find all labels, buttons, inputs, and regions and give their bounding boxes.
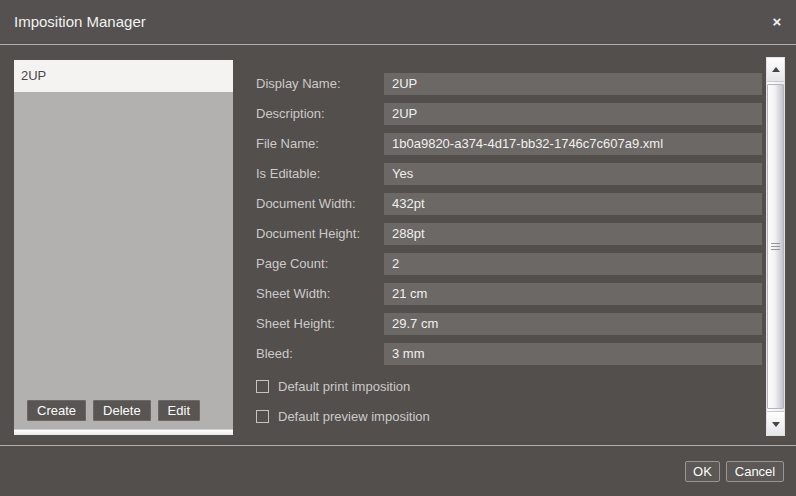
sheet-height-label: Sheet Height:	[256, 313, 384, 335]
scrollbar-grip-icon	[771, 243, 780, 252]
sheet-height-field[interactable]: 29.7 cm	[384, 313, 762, 335]
form-row: Document Width: 432pt	[256, 193, 762, 215]
form-row: Sheet Height: 29.7 cm	[256, 313, 762, 335]
list-button-bar: Create Delete Edit	[27, 400, 200, 421]
imposition-details-form: Display Name: 2UP Description: 2UP File …	[256, 73, 762, 436]
cancel-button[interactable]: Cancel	[726, 461, 784, 482]
edit-button[interactable]: Edit	[158, 400, 200, 421]
dialog-title: Imposition Manager	[14, 0, 146, 44]
bleed-field[interactable]: 3 mm	[384, 343, 762, 365]
page-count-label: Page Count:	[256, 253, 384, 275]
form-row: Is Editable: Yes	[256, 163, 762, 185]
default-print-imposition-label: Default print imposition	[278, 379, 410, 394]
form-row: Sheet Width: 21 cm	[256, 283, 762, 305]
file-name-label: File Name:	[256, 133, 384, 155]
default-preview-imposition-label: Default preview imposition	[278, 409, 430, 424]
is-editable-label: Is Editable:	[256, 163, 384, 185]
sheet-width-label: Sheet Width:	[256, 283, 384, 305]
close-icon[interactable]: ×	[768, 12, 786, 32]
horizontal-scrollbar[interactable]	[14, 429, 233, 435]
display-name-label: Display Name:	[256, 73, 384, 95]
delete-button[interactable]: Delete	[93, 400, 151, 421]
list-empty-area: Create Delete Edit	[14, 92, 233, 429]
scroll-up-button[interactable]	[767, 58, 784, 82]
form-row: Document Height: 288pt	[256, 223, 762, 245]
description-label: Description:	[256, 103, 384, 125]
vertical-scrollbar[interactable]	[766, 57, 785, 436]
scroll-down-button[interactable]	[767, 411, 784, 435]
page-count-field[interactable]: 2	[384, 253, 762, 275]
scrollbar-thumb[interactable]	[767, 84, 784, 409]
description-field[interactable]: 2UP	[384, 103, 762, 125]
create-button[interactable]: Create	[27, 400, 86, 421]
display-name-field[interactable]: 2UP	[384, 73, 762, 95]
ok-button[interactable]: OK	[685, 461, 720, 482]
scrollbar-track[interactable]	[767, 82, 784, 411]
form-row: Display Name: 2UP	[256, 73, 762, 95]
triangle-down-icon	[772, 422, 780, 427]
default-preview-imposition-row: Default preview imposition	[256, 406, 762, 426]
form-row: Description: 2UP	[256, 103, 762, 125]
title-separator	[0, 44, 796, 45]
file-name-field[interactable]: 1b0a9820-a374-4d17-bb32-1746c7c607a9.xml	[384, 133, 762, 155]
document-width-field[interactable]: 432pt	[384, 193, 762, 215]
imposition-list: 2UP Create Delete Edit	[14, 60, 233, 435]
list-item-2up[interactable]: 2UP	[14, 60, 233, 92]
form-row: File Name: 1b0a9820-a374-4d17-bb32-1746c…	[256, 133, 762, 155]
form-row: Page Count: 2	[256, 253, 762, 275]
document-width-label: Document Width:	[256, 193, 384, 215]
sheet-width-field[interactable]: 21 cm	[384, 283, 762, 305]
title-bar: Imposition Manager ×	[0, 0, 796, 44]
default-print-imposition-checkbox[interactable]	[256, 380, 269, 393]
is-editable-field[interactable]: Yes	[384, 163, 762, 185]
form-row: Bleed: 3 mm	[256, 343, 762, 365]
document-height-label: Document Height:	[256, 223, 384, 245]
default-print-imposition-row: Default print imposition	[256, 376, 762, 396]
default-preview-imposition-checkbox[interactable]	[256, 410, 269, 423]
bleed-label: Bleed:	[256, 343, 384, 365]
document-height-field[interactable]: 288pt	[384, 223, 762, 245]
footer-separator	[0, 445, 796, 446]
triangle-up-icon	[772, 67, 780, 72]
